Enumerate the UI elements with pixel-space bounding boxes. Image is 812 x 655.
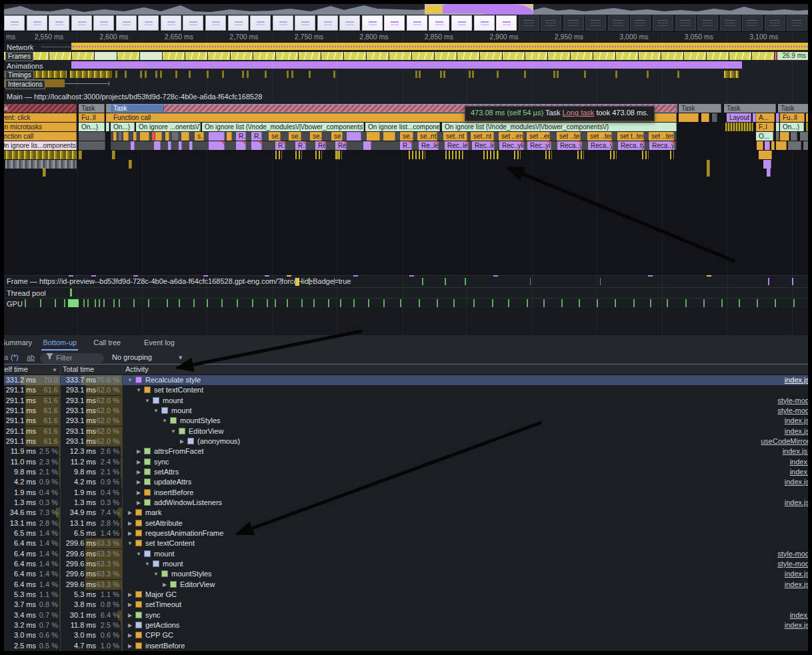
- partial-frame-cell[interactable]: [117, 52, 139, 60]
- flame-bar[interactable]: Re..e: [315, 141, 326, 150]
- flame-bar-fragment[interactable]: [179, 141, 182, 150]
- flame-bar[interactable]: Event: click: [0, 113, 77, 122]
- table-row[interactable]: 6.4 ms1.4 %299.6 ms63.3 %▶EditorViewinde…: [4, 580, 808, 590]
- flame-bar[interactable]: Re...: [335, 141, 347, 150]
- grouping-caret-icon[interactable]: ▾: [179, 353, 183, 362]
- flame-bar-fragment[interactable]: [776, 113, 779, 122]
- flame-bar-fragment[interactable]: [133, 132, 137, 141]
- source-link[interactable]: index.js: [785, 620, 808, 630]
- flame-bar-fragment[interactable]: [577, 151, 584, 159]
- filmstrip-thumbnail[interactable]: [563, 15, 584, 31]
- flame-bar-fragment[interactable]: [165, 132, 169, 141]
- flame-bar[interactable]: se..t: [310, 132, 322, 141]
- table-row[interactable]: 1.9 ms0.4 %1.9 ms0.4 %▶insertBefore: [4, 488, 808, 498]
- flame-bar-fragment[interactable]: [776, 123, 779, 131]
- filmstrip-thumbnail[interactable]: [653, 15, 673, 31]
- table-row[interactable]: 6.4 ms1.4 %299.6 ms63.3 %▼set textConten…: [4, 538, 808, 548]
- flame-bar[interactable]: Fu..ll: [79, 113, 105, 122]
- filmstrip-thumbnail[interactable]: [608, 15, 629, 31]
- filmstrip-thumbnail[interactable]: [93, 15, 114, 31]
- flame-bar[interactable]: On...): [780, 123, 804, 131]
- flame-bar[interactable]: On ignore ...onents\/): [136, 123, 201, 131]
- cpu-overview-strip[interactable]: [4, 3, 808, 15]
- flame-bar-fragment[interactable]: [670, 151, 674, 159]
- source-link[interactable]: index.js: [785, 580, 808, 590]
- partial-frame-cell[interactable]: [457, 52, 479, 60]
- partial-frame-cell[interactable]: [616, 52, 638, 60]
- flame-bar[interactable]: Function call: [0, 132, 77, 141]
- partial-frame-cell[interactable]: [208, 52, 230, 60]
- flame-bar[interactable]: Rec..yle: [499, 141, 524, 150]
- flame-bar[interactable]: Rec..yle: [527, 141, 551, 150]
- partial-frame-cell[interactable]: [367, 52, 389, 60]
- flame-bar-fragment[interactable]: [0, 151, 77, 159]
- flame-bar-fragment[interactable]: [227, 132, 232, 141]
- tree-expand-arrow[interactable]: ▼: [153, 569, 159, 579]
- filmstrip-thumbnail[interactable]: [49, 15, 69, 31]
- partial-frame-cell[interactable]: [661, 52, 683, 60]
- tree-expand-arrow[interactable]: ▼: [161, 416, 168, 426]
- table-row[interactable]: 5.3 ms1.1 %5.3 ms1.1 %▶Major GC: [4, 590, 808, 600]
- filmstrip-thumbnail[interactable]: [765, 15, 785, 31]
- flame-bar[interactable]: set ..tent: [557, 132, 581, 141]
- filmstrip-thumbnail[interactable]: [161, 15, 181, 31]
- table-row[interactable]: 291.1 ms61.6 %293.1 ms62.0 %▼mountStyles…: [4, 416, 808, 426]
- flame-bar-fragment[interactable]: [209, 132, 225, 141]
- filmstrip-thumbnail[interactable]: [295, 15, 315, 31]
- flame-bar[interactable]: F..l: [756, 123, 774, 131]
- flame-bar[interactable]: se..t: [269, 132, 281, 141]
- flame-bar[interactable]: O...: [756, 132, 773, 141]
- flame-bar-fragment[interactable]: [383, 132, 395, 141]
- flame-bar[interactable]: R..e: [275, 141, 285, 150]
- regex-icon[interactable]: (*): [11, 353, 19, 361]
- source-link[interactable]: index.js: [785, 375, 808, 385]
- flame-bar-fragment[interactable]: [189, 141, 193, 150]
- flame-bar-fragment[interactable]: [209, 141, 225, 150]
- table-row[interactable]: 3.7 ms0.8 %3.8 ms0.8 %▶setTimeout: [4, 600, 808, 610]
- filmstrip-thumbnail[interactable]: [228, 15, 249, 31]
- tree-collapse-arrow[interactable]: ▶: [135, 498, 142, 508]
- partial-frame-cell[interactable]: [684, 52, 706, 60]
- flame-bar[interactable]: set..nt: [471, 132, 494, 141]
- lane-label-timings[interactable]: Timings: [5, 71, 34, 80]
- source-link[interactable]: style-mod: [777, 559, 808, 569]
- flame-bar-fragment[interactable]: [409, 151, 425, 159]
- flame-bar[interactable]: se...: [331, 132, 343, 141]
- flame-bar[interactable]: R..e: [295, 141, 306, 150]
- flame-bar[interactable]: R...: [251, 132, 262, 141]
- flame-bar[interactable]: On ignore list (\/node_modules\/|\/bower…: [442, 123, 677, 131]
- tab-event-log[interactable]: Event log: [143, 335, 176, 350]
- flame-bar[interactable]: Task: [778, 104, 812, 113]
- source-link[interactable]: index.: [790, 610, 808, 620]
- filmstrip-thumbnail[interactable]: [697, 15, 718, 31]
- flame-bar-fragment[interactable]: [112, 151, 115, 159]
- flame-bar[interactable]: set ..ent: [499, 132, 523, 141]
- flame-bar-fragment[interactable]: [767, 168, 771, 177]
- flame-bar-fragment[interactable]: [800, 132, 811, 141]
- tab-bottom-up[interactable]: Bottom-up: [41, 335, 78, 350]
- flame-bar[interactable]: Task: [679, 104, 721, 113]
- tree-collapse-arrow[interactable]: ▶: [127, 610, 133, 620]
- partial-frame-cell[interactable]: [571, 52, 593, 60]
- table-row[interactable]: 4.2 ms0.9 %4.2 ms0.9 %▶updateAttrsindex.…: [4, 477, 808, 487]
- lane-label-animations[interactable]: Animations: [7, 62, 43, 70]
- flame-bar[interactable]: se..nt: [400, 132, 413, 141]
- partial-frame-cell[interactable]: [412, 52, 434, 60]
- flame-bar-fragment[interactable]: [514, 151, 521, 159]
- tree-expand-arrow[interactable]: ▼: [144, 396, 151, 406]
- match-word-icon[interactable]: ab: [27, 353, 35, 361]
- flame-bar[interactable]: Rec..le: [472, 141, 495, 150]
- source-link[interactable]: index.js:: [783, 446, 808, 456]
- flame-bar[interactable]: Task: [79, 104, 105, 113]
- flame-bar[interactable]: set ..tent: [587, 132, 612, 141]
- source-link[interactable]: index.: [790, 467, 808, 477]
- tree-collapse-arrow[interactable]: ▶: [127, 590, 133, 600]
- table-row[interactable]: 13.1 ms2.8 %13.1 ms2.8 %▶setAttribute: [4, 518, 808, 528]
- tree-collapse-arrow[interactable]: ▶: [135, 446, 142, 456]
- flame-bar[interactable]: Run microtasks: [0, 123, 77, 131]
- flame-bar[interactable]: R..le: [400, 141, 412, 150]
- filmstrip-thumbnail[interactable]: [474, 15, 495, 31]
- flame-bar-fragment[interactable]: [129, 160, 132, 169]
- table-row[interactable]: 3.4 ms0.7 %30.1 ms6.4 %▶syncindex.: [4, 610, 808, 620]
- table-row[interactable]: 1.3 ms0.3 %1.3 ms0.3 %▶addWindowListener…: [4, 498, 808, 508]
